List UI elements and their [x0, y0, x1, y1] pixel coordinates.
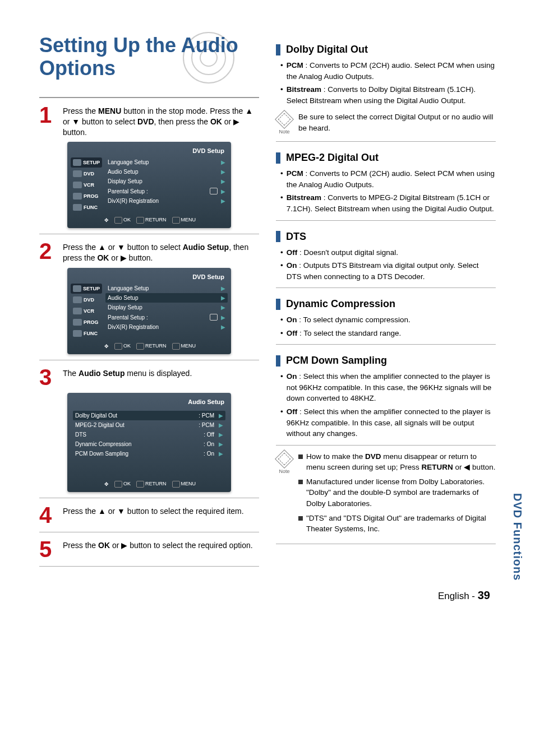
- option-line: •On : To select dynamic compression.: [280, 314, 496, 326]
- clock-icon: [73, 319, 82, 326]
- osd-row: Display Setup▶: [105, 177, 228, 186]
- osd-main: Language Setup▶ Audio Setup▶ Display Set…: [102, 157, 228, 214]
- osd-side-setup: SETUP: [71, 284, 102, 294]
- note-item: How to make the DVD menu disappear or re…: [298, 451, 496, 473]
- chevron-right-icon: ▶: [221, 169, 225, 175]
- section-dts: DTS: [276, 231, 496, 243]
- option-line: •Off : Select this when the amplifier co…: [280, 406, 496, 439]
- option-line: •On : Outputs DTS Bitstream via digital …: [280, 260, 496, 282]
- osd-side-dvd: DVD: [71, 169, 102, 179]
- osd-main: Language Setup▶ Audio Setup▶ Display Set…: [102, 284, 228, 340]
- osd-side-prog: PROG: [71, 317, 102, 327]
- osd-sidebar: SETUP DVD VCR PROG FUNC: [71, 284, 102, 340]
- osd-footer: ✥ OK RETURN MENU: [71, 214, 228, 225]
- section-dynamic: Dynamic Compression: [276, 298, 496, 310]
- option-line: •Off : Doesn't output digital signal.: [280, 247, 496, 258]
- divider: [276, 141, 496, 142]
- osd-footer: ✥ OK RETURN MENU: [71, 340, 228, 351]
- gear-icon: [73, 159, 81, 166]
- step-2: 2 Press the ▲ or ▼ button to select Audi…: [39, 240, 259, 263]
- note-icon: [275, 449, 294, 469]
- side-tab: DVD Functions: [511, 493, 524, 581]
- step-text: Press the MENU button in the stop mode. …: [63, 104, 259, 138]
- step-5: 5 Press the OK or ▶ button to select the…: [39, 538, 259, 560]
- osd-row: Language Setup▶: [105, 157, 228, 167]
- note-block-bottom: Note How to make the DVD menu disappear …: [276, 451, 496, 538]
- section-bar-icon: [276, 152, 280, 164]
- osd-footer: ✥ OK RETURN MENU: [71, 477, 228, 489]
- return-btn-icon: [136, 343, 144, 350]
- chevron-right-icon: ▶: [221, 198, 225, 204]
- ok-btn-icon: [114, 481, 122, 488]
- section-bar-icon: [276, 355, 280, 367]
- divider: [276, 344, 496, 345]
- ok-btn-icon: [114, 217, 122, 224]
- move-icon: ✥: [104, 481, 109, 487]
- option-line: •On : Select this when the amplifier con…: [280, 371, 496, 404]
- osd-row: MPEG-2 Digital Out: PCM▶: [73, 420, 225, 430]
- step-number: 5: [39, 538, 55, 560]
- step-number: 1: [39, 104, 55, 138]
- section-mpeg: MPEG-2 Digital Out: [276, 152, 496, 164]
- option-line: •Bitstream : Converts to Dolby Digital B…: [280, 84, 496, 106]
- chevron-right-icon: ▶: [221, 159, 225, 165]
- divider: [276, 287, 496, 288]
- option-line: •PCM : Converts to PCM (2CH) audio. Sele…: [280, 168, 496, 190]
- osd-main: Dolby Digital Out: PCM▶ MPEG-2 Digital O…: [71, 409, 228, 477]
- osd-side-prog: PROG: [71, 191, 102, 201]
- square-bullet-icon: [298, 454, 303, 459]
- section-pcm: PCM Down Sampling: [276, 355, 496, 367]
- osd-row: Language Setup▶: [105, 284, 228, 293]
- osd-row: Dynamic Compression: On▶: [73, 439, 225, 449]
- chevron-right-icon: ▶: [219, 412, 223, 419]
- section-dolby: Dolby Digital Out: [276, 44, 496, 55]
- move-icon: ✥: [104, 344, 109, 349]
- chevron-right-icon: ▶: [221, 314, 225, 321]
- osd-side-vcr: VCR: [71, 180, 102, 190]
- page-title: Setting Up the Audio Options: [39, 34, 259, 80]
- step-text: The Audio Setup menu is displayed.: [63, 366, 192, 388]
- chevron-right-icon: ▶: [219, 451, 223, 457]
- menu-btn-icon: [172, 343, 180, 350]
- func-icon: [73, 330, 82, 337]
- osd-side-dvd: DVD: [71, 295, 102, 305]
- gear-icon: [73, 285, 81, 292]
- osd-sidebar: SETUP DVD VCR PROG FUNC: [71, 157, 102, 214]
- section-bar-icon: [276, 299, 280, 310]
- chevron-right-icon: ▶: [221, 324, 225, 330]
- clock-icon: [73, 193, 82, 200]
- osd-menu-3: Audio Setup Dolby Digital Out: PCM▶ MPEG…: [67, 393, 231, 492]
- step-3: 3 The Audio Setup menu is displayed.: [39, 366, 259, 388]
- osd-row-selected: Audio Setup▶: [105, 293, 228, 303]
- ok-btn-icon: [114, 343, 122, 350]
- osd-row-selected: Dolby Digital Out: PCM▶: [73, 411, 225, 420]
- return-btn-icon: [136, 217, 144, 224]
- page-footer: English - 39: [39, 589, 496, 602]
- chevron-right-icon: ▶: [219, 422, 223, 428]
- return-btn-icon: [136, 481, 144, 488]
- move-icon: ✥: [104, 217, 109, 223]
- section-bar-icon: [276, 44, 280, 55]
- menu-btn-icon: [172, 217, 180, 224]
- osd-row: Audio Setup▶: [105, 167, 228, 177]
- osd-side-func: FUNC: [71, 328, 102, 338]
- chevron-right-icon: ▶: [221, 285, 225, 291]
- divider: [276, 544, 496, 544]
- divider: [39, 360, 259, 360]
- divider: [39, 532, 259, 532]
- vcr-icon: [73, 182, 82, 188]
- step-4: 4 Press the ▲ or ▼ button to select the …: [39, 504, 259, 526]
- lock-icon: [210, 314, 218, 321]
- divider: [276, 445, 496, 446]
- section-bar-icon: [276, 231, 280, 242]
- note-icon: [275, 110, 294, 129]
- step-number: 2: [39, 240, 55, 263]
- chevron-right-icon: ▶: [221, 304, 225, 310]
- page-title-block: Setting Up the Audio Options: [39, 34, 259, 80]
- option-line: •Off : To select the standard range.: [280, 328, 496, 339]
- osd-side-vcr: VCR: [71, 306, 102, 316]
- step-number: 4: [39, 504, 55, 526]
- square-bullet-icon: [298, 516, 303, 521]
- osd-header: DVD Setup: [71, 145, 228, 157]
- step-1: 1 Press the MENU button in the stop mode…: [39, 104, 259, 138]
